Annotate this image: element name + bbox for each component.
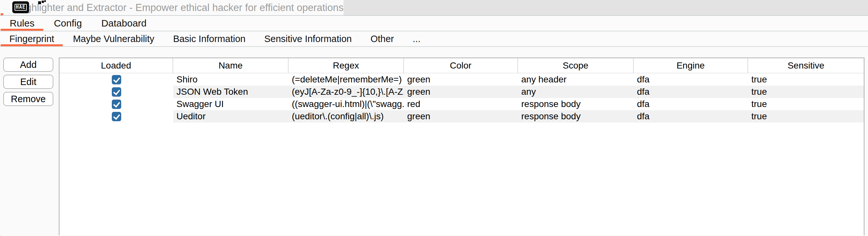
logo-pixel-decoration — [42, 1, 44, 3]
regex-cell: (=deleteMe|rememberMe=) — [288, 73, 404, 86]
table-row[interactable]: Swagger UI((swagger-ui.html)|(\"swagg...… — [59, 98, 864, 110]
table-row[interactable]: Shiro(=deleteMe|rememberMe=)greenany hea… — [59, 73, 864, 86]
subtab-other[interactable]: Other — [361, 31, 403, 46]
sensitive-cell: true — [748, 73, 864, 86]
main-tab-bar: RulesConfigDataboard — [0, 16, 868, 31]
engine-cell: dfa — [634, 73, 748, 86]
logo-pixel-decoration — [44, 0, 46, 2]
tab-label: Config — [54, 18, 82, 29]
column-header-color[interactable]: Color — [404, 58, 518, 73]
sensitive-cell: true — [748, 98, 864, 110]
hae-logo-icon: HAE — [12, 1, 29, 13]
loaded-checkbox[interactable] — [112, 87, 121, 97]
engine-cell: dfa — [634, 98, 748, 110]
tab-databoard[interactable]: Databoard — [91, 16, 156, 31]
scope-cell: any — [518, 86, 634, 98]
loaded-checkbox[interactable] — [112, 75, 121, 84]
remove-button[interactable]: Remove — [3, 92, 53, 106]
column-header-name[interactable]: Name — [173, 58, 288, 73]
tab-label: Basic Information — [173, 34, 246, 44]
tab-label: Fingerprint — [9, 34, 54, 44]
scope-cell: response body — [518, 110, 634, 122]
column-header-sensitive[interactable]: Sensitive — [748, 58, 864, 73]
subtab-[interactable]: ... — [403, 31, 430, 46]
subtab-maybe-vulnerability[interactable]: Maybe Vulnerability — [64, 31, 164, 46]
add-button[interactable]: Add — [3, 58, 53, 72]
color-cell: green — [404, 110, 518, 122]
rules-table-header: LoadedNameRegexColorScopeEngineSensitive — [59, 58, 864, 73]
rule-action-buttons: AddEditRemove — [0, 47, 59, 235]
table-row[interactable]: Ueditor(ueditor\.(config|all)\.js)greenr… — [59, 110, 864, 122]
engine-cell: dfa — [634, 86, 748, 98]
extension-title: Highlighter and Extractor - Empower ethi… — [16, 2, 343, 13]
tab-label: ... — [413, 34, 421, 44]
tab-label: Sensitive Information — [265, 34, 352, 44]
hae-extension-window: HAE Highlighter and Extractor - Empower … — [0, 0, 868, 236]
selected-tab-indicator — [1, 13, 3, 15]
edit-button[interactable]: Edit — [3, 75, 53, 89]
column-header-engine[interactable]: Engine — [634, 58, 748, 73]
color-cell: green — [404, 86, 518, 98]
column-header-regex[interactable]: Regex — [288, 58, 404, 73]
subtab-fingerprint[interactable]: Fingerprint — [0, 31, 64, 46]
name-cell: Swagger UI — [173, 98, 288, 110]
column-header-scope[interactable]: Scope — [518, 58, 634, 73]
tab-label: Rules — [10, 18, 35, 29]
name-cell: JSON Web Token — [173, 86, 288, 98]
column-header-loaded[interactable]: Loaded — [59, 58, 173, 73]
subtab-sensitive-information[interactable]: Sensitive Information — [255, 31, 361, 46]
rules-table-body: Shiro(=deleteMe|rememberMe=)greenany hea… — [59, 73, 864, 122]
loaded-checkbox[interactable] — [112, 112, 121, 121]
rule-category-tab-bar: FingerprintMaybe VulnerabilityBasic Info… — [0, 31, 868, 47]
loaded-cell — [59, 73, 173, 86]
color-cell: green — [404, 73, 518, 86]
rules-table: LoadedNameRegexColorScopeEngineSensitive… — [59, 58, 864, 235]
subtab-basic-information[interactable]: Basic Information — [164, 31, 255, 46]
tab-label: Databoard — [101, 18, 146, 29]
selected-tab-indicator — [1, 44, 63, 46]
name-cell: Ueditor — [173, 110, 288, 122]
tab-config[interactable]: Config — [44, 16, 92, 31]
scope-cell: any header — [518, 73, 634, 86]
tab-label: Other — [370, 34, 394, 44]
rules-panel: AddEditRemove LoadedNameRegexColorScopeE… — [0, 47, 868, 235]
engine-cell: dfa — [634, 110, 748, 122]
regex-cell: (eyJ[A-Za-z0-9_-]{10,}\.[A-Z... — [288, 86, 404, 98]
regex-cell: ((swagger-ui.html)|(\"swagg... — [288, 98, 404, 110]
scope-cell: response body — [518, 98, 634, 110]
loaded-cell — [59, 98, 173, 110]
loaded-cell — [59, 86, 173, 98]
tab-label: Maybe Vulnerability — [73, 34, 154, 44]
sensitive-cell: true — [748, 86, 864, 98]
loaded-cell — [59, 110, 173, 122]
tab-rules[interactable]: Rules — [0, 16, 44, 31]
color-cell: red — [404, 98, 518, 110]
hae-extension-tab[interactable]: HAE Highlighter and Extractor - Empower … — [0, 0, 343, 15]
name-cell: Shiro — [173, 73, 288, 86]
hae-logo-tab[interactable]: HAE — [0, 0, 4, 15]
regex-cell: (ueditor\.(config|all)\.js) — [288, 110, 404, 122]
loaded-checkbox[interactable] — [112, 99, 121, 109]
logo-pixel-decoration — [38, 1, 41, 4]
table-row[interactable]: JSON Web Token(eyJ[A-Za-z0-9_-]{10,}\.[A… — [59, 86, 864, 98]
sensitive-cell: true — [748, 110, 864, 122]
hae-logo-text: HAE — [14, 4, 27, 11]
burp-tab-strip: HAE Highlighter and Extractor - Empower … — [0, 0, 868, 16]
selected-tab-indicator — [1, 29, 43, 31]
